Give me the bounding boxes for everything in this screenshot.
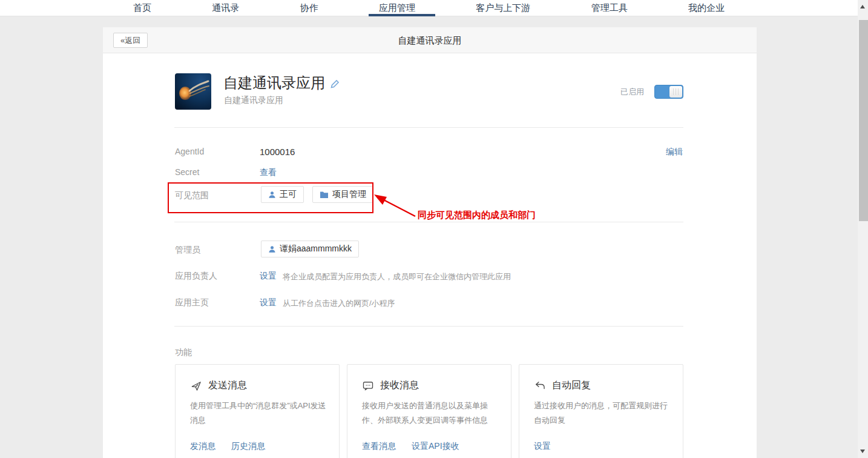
auto-reply-set-link[interactable]: 设置	[534, 441, 551, 452]
user-icon	[268, 245, 276, 253]
receive-message-icon	[362, 380, 374, 392]
history-message-link[interactable]: 历史消息	[231, 441, 265, 452]
card-title: 发送消息	[208, 379, 247, 392]
app-homepage-label: 应用主页	[175, 297, 209, 308]
app-homepage-set-link[interactable]: 设置	[260, 297, 277, 308]
status-label: 已启用	[620, 87, 644, 98]
main-panel: «返回 自建通讯录应用 自建通	[103, 27, 757, 458]
scrollbar-down-arrow[interactable]	[860, 450, 865, 453]
visible-scope-tags: 王可 项目管理	[261, 186, 373, 203]
app-owner-description: 将企业成员配置为应用负责人，成员即可在企业微信内管理此应用	[283, 271, 511, 282]
send-message-link[interactable]: 发消息	[190, 441, 215, 452]
feature-card-receive-message: 接收消息 接收用户发送的普通消息以及菜单操作、外部联系人变更回调等事件信息 查看…	[347, 364, 511, 458]
feature-card-auto-reply: 自动回复 通过接收用户的消息，可配置规则进行自动回复 设置	[519, 364, 683, 458]
card-description: 接收用户发送的普通消息以及菜单操作、外部联系人变更回调等事件信息	[362, 399, 499, 428]
secret-view-link[interactable]: 查看	[260, 167, 277, 178]
nav-tab-customers[interactable]: 客户与上下游	[476, 0, 530, 16]
admin-tags: 谭娟aaammmmkkk	[261, 241, 359, 257]
agentid-label: AgentId	[175, 147, 204, 156]
nav-tab-contacts[interactable]: 通讯录	[212, 0, 239, 16]
set-api-receive-link[interactable]: 设置API接收	[412, 441, 459, 452]
app-name: 自建通讯录应用	[223, 73, 325, 93]
nav-tab-home[interactable]: 首页	[133, 0, 151, 16]
back-button[interactable]: «返回	[113, 33, 148, 48]
admin-tag: 谭娟aaammmmkkk	[261, 241, 359, 257]
divider	[174, 127, 683, 128]
top-navigation: 首页 通讯录 协作 应用管理 客户与上下游 管理工具 我的企业	[0, 0, 858, 16]
scrollbar-thumb[interactable]	[859, 20, 868, 221]
app-owner-set-link[interactable]: 设置	[260, 271, 277, 282]
edit-link[interactable]: 编辑	[666, 147, 683, 158]
app-icon	[175, 73, 211, 110]
send-message-icon	[190, 380, 202, 392]
nav-tab-my-company[interactable]: 我的企业	[688, 0, 725, 16]
nav-tab-collaboration[interactable]: 协作	[300, 0, 318, 16]
edit-app-name-icon[interactable]	[330, 79, 340, 89]
app-homepage-description: 从工作台点击进入的网页/小程序	[283, 298, 395, 309]
enable-toggle[interactable]	[654, 85, 683, 99]
nav-tab-app-management[interactable]: 应用管理	[379, 0, 415, 16]
visible-scope-label: 可见范围	[175, 190, 209, 201]
card-title: 自动回复	[552, 379, 591, 392]
toggle-knob	[669, 86, 682, 98]
view-message-link[interactable]: 查看消息	[362, 441, 396, 452]
admin-label: 管理员	[175, 245, 200, 256]
scope-tag-user: 王可	[261, 186, 304, 203]
nav-tab-admin-tools[interactable]: 管理工具	[591, 0, 628, 16]
secret-label: Secret	[175, 167, 199, 177]
page-title: 自建通讯录应用	[103, 27, 757, 53]
divider	[174, 326, 683, 327]
agentid-value: 1000016	[260, 147, 295, 157]
user-icon	[268, 191, 276, 199]
vertical-scrollbar[interactable]	[858, 0, 868, 458]
scrollbar-up-arrow[interactable]	[860, 5, 865, 8]
nav-tabs: 首页 通讯录 协作 应用管理 客户与上下游 管理工具 我的企业	[133, 0, 725, 16]
card-description: 使用管理工具中的“消息群发”或API发送消息	[190, 399, 327, 428]
folder-icon	[320, 191, 329, 199]
app-owner-label: 应用负责人	[175, 271, 217, 282]
card-title: 接收消息	[380, 379, 419, 392]
page-header: «返回 自建通讯录应用	[103, 27, 757, 53]
admin-tag-label: 谭娟aaammmmkkk	[280, 244, 352, 254]
divider	[174, 222, 683, 222]
features-section-label: 功能	[175, 347, 192, 358]
feature-cards: 发送消息 使用管理工具中的“消息群发”或API发送消息 发消息 历史消息	[175, 364, 683, 458]
scope-tag-department: 项目管理	[312, 186, 373, 203]
feature-card-send-message: 发送消息 使用管理工具中的“消息群发”或API发送消息 发消息 历史消息	[175, 364, 340, 458]
app-description: 自建通讯录应用	[224, 95, 283, 106]
card-description: 通过接收用户的消息，可配置规则进行自动回复	[534, 399, 671, 428]
scope-tag-department-label: 项目管理	[332, 189, 366, 200]
scope-tag-user-label: 王可	[280, 189, 297, 200]
auto-reply-icon	[534, 380, 546, 392]
